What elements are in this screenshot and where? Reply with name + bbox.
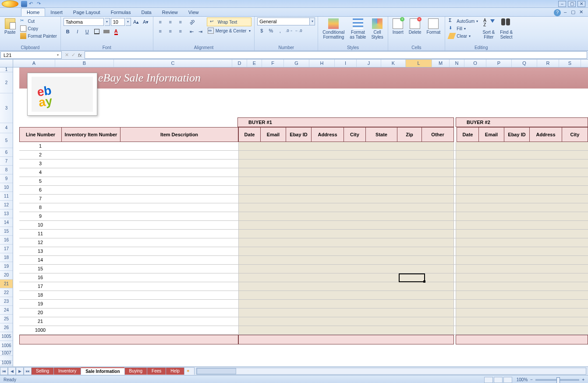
row-header-8[interactable]: 8 [0, 166, 13, 174]
row-header-2[interactable]: 2 [0, 72, 13, 93]
help-icon[interactable]: ? [554, 9, 561, 16]
row-header-22[interactable]: 22 [0, 288, 13, 297]
row-header-14[interactable]: 14 [0, 218, 13, 227]
row-header-18[interactable]: 18 [0, 253, 13, 262]
row-header-19[interactable]: 19 [0, 262, 13, 271]
sheet-tab-selling[interactable]: Selling [31, 367, 54, 375]
cell-styles-button[interactable]: Cell Styles [369, 18, 385, 40]
table-row[interactable]: 4 [19, 168, 588, 177]
chevron-down-icon[interactable]: ▾ [105, 18, 110, 26]
table-row[interactable]: 19 [19, 300, 588, 309]
accounting-button[interactable]: $ [257, 26, 266, 35]
tab-data[interactable]: Data [136, 8, 156, 16]
table-row[interactable]: 15 [19, 265, 588, 273]
new-sheet-button[interactable]: ✦ [184, 367, 195, 375]
column-header-K[interactable]: K [381, 60, 406, 67]
column-header-L[interactable]: L [406, 60, 432, 67]
font-name-selector[interactable]: Tahoma [64, 18, 104, 26]
tab-formulas[interactable]: Formulas [106, 8, 136, 16]
enter-formula-icon[interactable]: ✓ [71, 52, 75, 58]
chevron-down-icon[interactable]: ▾ [126, 18, 131, 26]
row-header-16[interactable]: 16 [0, 236, 13, 245]
column-header-M[interactable]: M [432, 60, 450, 67]
row-header-1009[interactable]: 1009 [0, 361, 13, 365]
table-row[interactable]: 11 [19, 230, 588, 238]
table-row[interactable]: 17 [19, 282, 588, 291]
row-header-5[interactable]: 5 [0, 133, 13, 148]
table-row[interactable]: 1000 [19, 326, 588, 335]
table-row[interactable]: 8 [19, 203, 588, 212]
sheet-tab-fees[interactable]: Fees [147, 367, 166, 375]
zoom-out-button[interactable]: − [530, 377, 533, 382]
grow-font-button[interactable]: A▴ [132, 18, 141, 26]
undo-icon[interactable]: ↶ [29, 1, 35, 7]
cancel-formula-icon[interactable]: ✕ [65, 52, 69, 58]
select-all-corner[interactable] [0, 60, 13, 67]
table-row[interactable]: 7 [19, 195, 588, 203]
sheet-tab-inventory[interactable]: Inventory [53, 367, 81, 375]
fill-button[interactable]: ⬇Fill▾ [448, 25, 479, 32]
zoom-in-button[interactable]: + [582, 377, 584, 382]
border-button[interactable] [92, 27, 101, 36]
zoom-slider[interactable] [535, 379, 579, 381]
percent-button[interactable]: % [266, 26, 275, 35]
row-header-7[interactable]: 7 [0, 157, 13, 166]
table-row[interactable]: 13 [19, 247, 588, 256]
name-box[interactable]: L21▾ [0, 51, 62, 59]
row-header-4[interactable]: 4 [0, 123, 13, 133]
row-header-1007[interactable]: 1007 [0, 351, 13, 356]
zoom-level[interactable]: 100% [517, 377, 528, 382]
column-header-J[interactable]: J [357, 60, 381, 67]
insert-cells-button[interactable]: +Insert [391, 18, 405, 35]
column-header-B[interactable]: B [55, 60, 114, 67]
table-row[interactable]: 14 [19, 256, 588, 265]
autosum-button[interactable]: ΣAutoSum▾ [448, 18, 479, 25]
decrease-indent-button[interactable]: ⇤ [188, 27, 196, 36]
sort-filter-button[interactable]: AZSort & Filter [481, 18, 496, 40]
table-row[interactable]: 21 [19, 317, 588, 326]
row-header-17[interactable]: 17 [0, 245, 13, 253]
column-header-I[interactable]: I [335, 60, 357, 67]
tab-home[interactable]: Home [21, 8, 45, 16]
format-cells-button[interactable]: Format [425, 18, 443, 35]
table-row[interactable]: 9 [19, 212, 588, 221]
row-header-1[interactable]: 1 [0, 67, 13, 72]
copy-button[interactable]: Copy [19, 25, 58, 32]
cells-area[interactable]: eBay Sale Information ebay BUYER #1 BUYE… [13, 67, 588, 366]
bold-button[interactable]: B [64, 27, 72, 36]
restore-icon[interactable]: ▢ [568, 1, 576, 7]
column-header-A[interactable]: A [13, 60, 55, 67]
table-row[interactable]: 3 [19, 160, 588, 168]
orientation-button[interactable]: ab [188, 18, 196, 26]
conditional-formatting-button[interactable]: Conditional Formatting [321, 18, 346, 40]
sheet-tab-sale-information[interactable]: Sale Information [81, 367, 124, 375]
column-header-N[interactable]: N [450, 60, 464, 67]
paste-button[interactable]: Paste [3, 18, 18, 35]
tab-review[interactable]: Review [157, 8, 183, 16]
column-header-E[interactable]: E [247, 60, 262, 67]
row-header-1005[interactable]: 1005 [0, 332, 13, 341]
row-header-15[interactable]: 15 [0, 227, 13, 236]
align-top-button[interactable]: ≡ [156, 18, 165, 26]
table-row[interactable]: 5 [19, 177, 588, 186]
column-header-Q[interactable]: Q [512, 60, 537, 67]
align-center-button[interactable]: ≡ [166, 27, 175, 35]
redo-icon[interactable]: ↷ [37, 1, 43, 7]
table-row[interactable]: 6 [19, 186, 588, 195]
row-header-6[interactable]: 6 [0, 148, 13, 157]
italic-button[interactable]: I [73, 27, 82, 36]
increase-indent-button[interactable]: ⇥ [196, 27, 205, 36]
sheet-tab-help[interactable]: Help [166, 367, 184, 375]
format-as-table-button[interactable]: Format as Table [348, 18, 368, 40]
minimize-icon[interactable]: – [558, 1, 566, 7]
find-select-button[interactable]: Find & Select [498, 18, 514, 40]
wrap-text-button[interactable]: ↩Wrap Text [207, 18, 252, 26]
table-row[interactable]: 20 [19, 309, 588, 317]
column-header-C[interactable]: C [114, 60, 232, 67]
clear-button[interactable]: Clear▾ [448, 32, 479, 39]
column-header-F[interactable]: F [262, 60, 284, 67]
row-header-26[interactable]: 26 [0, 323, 13, 332]
table-row[interactable]: 10 [19, 221, 588, 230]
row-header-11[interactable]: 11 [0, 192, 13, 201]
fill-color-button[interactable] [102, 27, 111, 36]
